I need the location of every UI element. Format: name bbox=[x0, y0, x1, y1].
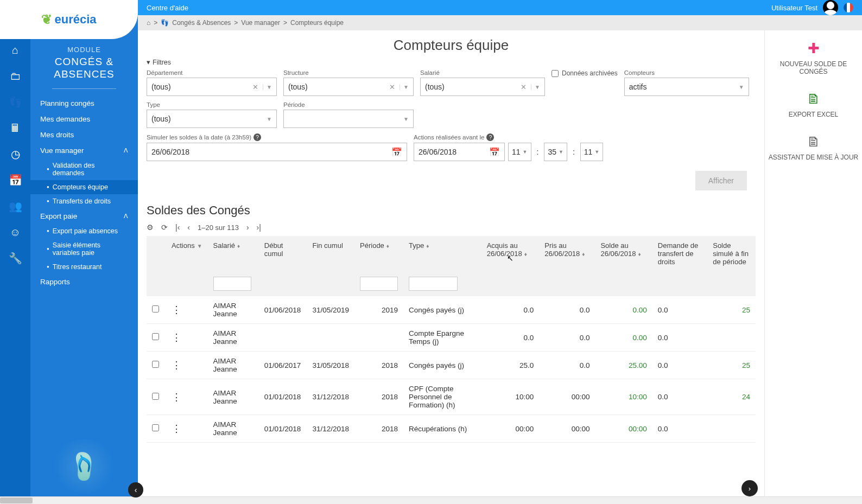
row-menu-icon[interactable]: ⋮ bbox=[172, 392, 181, 403]
combo-compteurs[interactable]: actifs▼ bbox=[624, 78, 749, 96]
nav-droits[interactable]: Mes droits bbox=[30, 127, 138, 143]
row-menu-icon[interactable]: ⋮ bbox=[172, 423, 181, 434]
clear-icon[interactable]: ✕ bbox=[387, 83, 397, 91]
combo-salarie[interactable]: (tous)✕▼ bbox=[420, 78, 545, 96]
chevron-down-icon[interactable]: ▼ bbox=[531, 84, 540, 90]
cell-fin bbox=[307, 324, 354, 352]
help-icon[interactable]: ? bbox=[253, 133, 261, 141]
action-nouveau-solde[interactable]: ✚ NOUVEAU SOLDE DE CONGÉS bbox=[768, 40, 859, 75]
cell-debut: 01/01/2018 bbox=[259, 379, 307, 415]
nav-saisie-elements[interactable]: ●Saisie éléments variables paie bbox=[30, 238, 138, 260]
filter-periode-input[interactable] bbox=[360, 277, 398, 291]
nav-validation-demandes[interactable]: ●Validation des demandes bbox=[30, 158, 138, 180]
nav-vue-manager[interactable]: Vue managerᐱ bbox=[30, 143, 138, 158]
help-link[interactable]: Centre d'aide bbox=[147, 4, 188, 12]
col-solde[interactable]: Solde au 26/06/2018♦ bbox=[595, 236, 652, 271]
home-icon[interactable]: ⌂ bbox=[4, 39, 26, 61]
col-periode[interactable]: Période♦ bbox=[354, 236, 403, 271]
wrench-icon[interactable]: 🔧 bbox=[4, 247, 26, 269]
nav-rapports[interactable]: Rapports bbox=[30, 274, 138, 290]
nav-export-absences[interactable]: ●Export paie absences bbox=[30, 224, 138, 238]
col-transfert[interactable]: Demande de transfert de droits bbox=[652, 236, 707, 271]
avatar-icon[interactable] bbox=[823, 0, 838, 15]
chevron-down-icon[interactable]: ▼ bbox=[400, 84, 409, 90]
flag-fr-icon[interactable] bbox=[844, 3, 853, 12]
checkbox-archived[interactable]: Données archivées bbox=[552, 69, 618, 77]
row-checkbox[interactable] bbox=[152, 361, 159, 368]
row-checkbox[interactable] bbox=[152, 333, 159, 340]
help-icon[interactable]: ? bbox=[486, 133, 494, 141]
cell-simule bbox=[707, 324, 756, 352]
page-next-icon[interactable]: › bbox=[246, 223, 249, 232]
people-icon[interactable]: 👥 bbox=[4, 195, 26, 217]
col-type[interactable]: Type♦ bbox=[403, 236, 481, 271]
filter-salarie-input[interactable] bbox=[213, 277, 251, 291]
nav-export-paie[interactable]: Export paieᐱ bbox=[30, 208, 138, 224]
chevron-down-icon[interactable]: ▼ bbox=[263, 116, 272, 122]
row-menu-icon[interactable]: ⋮ bbox=[172, 360, 181, 371]
clock-icon[interactable]: ◷ bbox=[4, 143, 26, 165]
col-debut[interactable]: Début cumul bbox=[259, 236, 307, 271]
col-fin[interactable]: Fin cumul bbox=[307, 236, 354, 271]
filters-toggle[interactable]: ▾Filtres bbox=[147, 58, 756, 66]
breadcrumb-view[interactable]: Vue manager bbox=[241, 19, 280, 27]
row-checkbox[interactable] bbox=[152, 424, 159, 431]
combo-structure[interactable]: (tous)✕▼ bbox=[283, 78, 414, 96]
calculator-icon[interactable]: 🖩 bbox=[4, 117, 26, 139]
user-area[interactable]: Utilisateur Test bbox=[771, 0, 853, 15]
combo-periode[interactable]: ▼ bbox=[283, 110, 414, 128]
cell-simule bbox=[707, 415, 756, 443]
action-export-excel[interactable]: 🗎 EXPORT EXCEL bbox=[789, 91, 839, 118]
cell-acquis: 00:00 bbox=[481, 415, 540, 443]
smile-icon[interactable]: ☺ bbox=[4, 221, 26, 243]
combo-departement[interactable]: (tous)✕▼ bbox=[147, 78, 277, 96]
nav-compteurs-equipe[interactable]: ●Compteurs équipe bbox=[30, 180, 138, 194]
page-prev-icon[interactable]: ‹ bbox=[187, 223, 190, 232]
afficher-button[interactable]: Afficher bbox=[695, 171, 747, 190]
nav-titres-restaurant[interactable]: ●Titres restaurant bbox=[30, 260, 138, 274]
cell-periode: 2018 bbox=[354, 352, 403, 379]
filter-type-input[interactable] bbox=[409, 277, 458, 291]
page-last-icon[interactable]: ›| bbox=[257, 223, 261, 232]
cell-salarie: AIMAR Jeanne bbox=[208, 324, 259, 352]
date-actions-avant[interactable]: 26/06/2018📅 bbox=[414, 143, 505, 161]
select-second[interactable]: 11▼ bbox=[580, 143, 604, 161]
row-checkbox[interactable] bbox=[152, 393, 159, 400]
col-actions[interactable]: Actions▼ bbox=[166, 236, 208, 271]
row-menu-icon[interactable]: ⋮ bbox=[172, 332, 181, 343]
breadcrumb: ⌂ > 👣 Congés & Absences > Vue manager > … bbox=[138, 15, 862, 30]
chevron-down-icon[interactable]: ▼ bbox=[736, 84, 744, 90]
nav-demandes[interactable]: Mes demandes bbox=[30, 111, 138, 127]
refresh-icon[interactable]: ⟳ bbox=[161, 223, 168, 232]
breadcrumb-module[interactable]: Congés & Absences bbox=[172, 19, 231, 27]
chevron-down-icon[interactable]: ▼ bbox=[400, 116, 409, 122]
select-hour[interactable]: 11▼ bbox=[508, 143, 531, 161]
combo-type[interactable]: (tous)▼ bbox=[147, 110, 277, 128]
clear-icon[interactable]: ✕ bbox=[518, 83, 529, 91]
breadcrumb-home-icon[interactable]: ⌂ bbox=[147, 19, 150, 27]
col-simule[interactable]: Solde simulé à fin de période bbox=[707, 236, 756, 271]
calendar-icon[interactable]: 📅 bbox=[4, 169, 26, 191]
col-salarie[interactable]: Salarié♦ bbox=[208, 236, 259, 271]
col-pris[interactable]: Pris au 26/06/2018♦ bbox=[539, 236, 595, 271]
logo[interactable]: ❦eurécia bbox=[0, 0, 138, 39]
folder-icon[interactable]: 🗀 bbox=[4, 65, 26, 87]
nav-planning[interactable]: Planning congés bbox=[30, 95, 138, 111]
page-first-icon[interactable]: |‹ bbox=[175, 223, 180, 232]
nav-transferts-droits[interactable]: ●Transferts de droits bbox=[30, 194, 138, 208]
action-assistant[interactable]: 🗎 ASSISTANT DE MISE À JOUR bbox=[769, 133, 859, 161]
calendar-icon[interactable]: 📅 bbox=[391, 147, 402, 157]
select-minute[interactable]: 35▼ bbox=[544, 143, 567, 161]
collapse-sidebar-button[interactable]: ‹ bbox=[128, 482, 143, 497]
clear-icon[interactable]: ✕ bbox=[250, 83, 261, 91]
flipflop-icon[interactable]: 👣 bbox=[4, 91, 26, 113]
calendar-icon[interactable]: 📅 bbox=[489, 147, 500, 157]
scroll-right-button[interactable]: › bbox=[741, 480, 758, 496]
chevron-down-icon[interactable]: ▼ bbox=[263, 84, 272, 90]
date-simuler[interactable]: 26/06/2018📅 bbox=[147, 143, 407, 161]
label-salarie: Salarié bbox=[420, 69, 545, 76]
gear-icon[interactable]: ⚙ bbox=[147, 223, 154, 232]
horizontal-scrollbar[interactable] bbox=[0, 496, 862, 504]
row-menu-icon[interactable]: ⋮ bbox=[172, 304, 181, 315]
row-checkbox[interactable] bbox=[152, 305, 159, 312]
